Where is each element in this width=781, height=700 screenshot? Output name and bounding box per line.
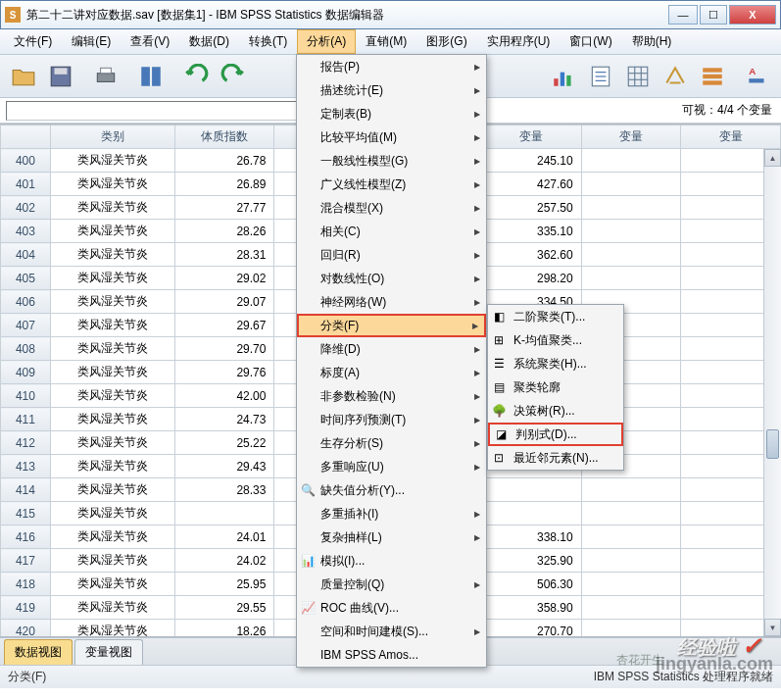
tab-variable-view[interactable]: 变量视图 (74, 639, 143, 665)
cell-empty[interactable] (581, 478, 681, 502)
cell-category[interactable]: 类风湿关节炎 (50, 478, 174, 502)
col-header-bmi[interactable]: 体质指数 (174, 125, 274, 149)
cell-category[interactable]: 类风湿关节炎 (50, 525, 174, 549)
menu-item-非参数检验N[interactable]: 非参数检验(N) (297, 384, 486, 408)
undo-icon[interactable] (178, 59, 214, 94)
redo-icon[interactable] (216, 59, 251, 94)
menu-file[interactable]: 文件(F) (4, 29, 62, 54)
menu-view[interactable]: 查看(V) (121, 29, 179, 54)
submenu-item-系统聚类H[interactable]: ☰系统聚类(H)... (488, 352, 623, 375)
row-header[interactable]: 414 (1, 478, 51, 502)
cell-empty[interactable] (581, 573, 681, 596)
row-header[interactable]: 413 (1, 455, 51, 478)
cell-bmi[interactable]: 26.89 (174, 173, 274, 196)
scroll-thumb[interactable] (766, 429, 779, 459)
cell-var2[interactable]: 338.10 (482, 525, 582, 549)
cell-var2[interactable]: 358.90 (482, 596, 582, 620)
cell-category[interactable]: 类风湿关节炎 (50, 220, 174, 243)
row-header[interactable]: 416 (1, 525, 51, 549)
row-header[interactable]: 406 (1, 290, 51, 314)
col-header-category[interactable]: 类别 (50, 125, 174, 149)
row-header[interactable]: 402 (1, 196, 51, 220)
menu-item-复杂抽样L[interactable]: 复杂抽样(L) (297, 525, 486, 549)
menu-item-神经网络W[interactable]: 神经网络(W) (297, 290, 486, 314)
scroll-up-icon[interactable]: ▲ (764, 149, 781, 167)
menu-item-报告P[interactable]: 报告(P) (297, 55, 486, 78)
tab-data-view[interactable]: 数据视图 (4, 639, 73, 665)
row-header[interactable]: 404 (1, 243, 51, 267)
row-header[interactable]: 417 (1, 549, 51, 573)
submenu-item-K-均值聚类[interactable]: ⊞K-均值聚类... (488, 328, 623, 352)
cell-empty[interactable] (581, 525, 681, 549)
cell-empty[interactable] (581, 220, 681, 243)
cell-empty[interactable] (581, 620, 681, 638)
submenu-item-二阶聚类T[interactable]: ◧二阶聚类(T)... (488, 305, 623, 328)
cell-category[interactable]: 类风湿关节炎 (50, 408, 174, 431)
vertical-scrollbar[interactable]: ▲ ▼ (763, 149, 781, 636)
print-icon[interactable] (88, 59, 123, 94)
cell-category[interactable]: 类风湿关节炎 (50, 431, 174, 455)
scroll-down-icon[interactable]: ▼ (764, 619, 781, 636)
goto-case-input[interactable] (6, 101, 300, 121)
cell-var2[interactable]: 245.10 (482, 149, 582, 173)
cell-category[interactable]: 类风湿关节炎 (50, 549, 174, 573)
row-header[interactable]: 408 (1, 337, 51, 361)
cell-empty[interactable] (581, 502, 681, 525)
col-header-var4[interactable]: 变量 (581, 125, 681, 149)
menu-item-IBM-SPSS-Amos[interactable]: IBM SPSS Amos... (297, 643, 486, 667)
cell-var2[interactable] (482, 502, 582, 525)
submenu-item-判别式D[interactable]: ◪判别式(D)... (488, 423, 623, 446)
menu-item-空间和时间建模S[interactable]: 空间和时间建模(S)... (297, 620, 486, 643)
cell-bmi[interactable]: 28.26 (174, 220, 274, 243)
cell-bmi[interactable]: 24.73 (174, 408, 274, 431)
cell-bmi[interactable]: 25.22 (174, 431, 274, 455)
cell-bmi[interactable]: 29.43 (174, 455, 274, 478)
cell-category[interactable]: 类风湿关节炎 (50, 290, 174, 314)
cell-category[interactable]: 类风湿关节炎 (50, 620, 174, 638)
cell-category[interactable]: 类风湿关节炎 (50, 243, 174, 267)
cell-empty[interactable] (581, 173, 681, 196)
cell-bmi[interactable]: 27.77 (174, 196, 274, 220)
menu-edit[interactable]: 编辑(E) (62, 29, 121, 54)
row-header[interactable]: 415 (1, 502, 51, 525)
row-header[interactable]: 400 (1, 149, 51, 173)
cell-bmi[interactable]: 29.67 (174, 314, 274, 337)
cell-bmi[interactable]: 18.26 (174, 620, 274, 638)
menu-item-缺失值分析Y[interactable]: 🔍缺失值分析(Y)... (297, 478, 486, 502)
menu-item-混合模型X[interactable]: 混合模型(X) (297, 196, 486, 220)
menu-item-一般线性模型G[interactable]: 一般线性模型(G) (297, 149, 486, 173)
open-icon[interactable] (6, 59, 41, 94)
menu-item-质量控制Q[interactable]: 质量控制(Q) (297, 573, 486, 596)
minimize-button[interactable]: — (668, 5, 698, 25)
cell-var2[interactable]: 506.30 (482, 573, 582, 596)
cell-bmi[interactable]: 24.01 (174, 525, 274, 549)
menu-help[interactable]: 帮助(H) (622, 29, 682, 54)
menu-item-对数线性O[interactable]: 对数线性(O) (297, 267, 486, 290)
menu-item-分类F[interactable]: 分类(F) (297, 314, 486, 337)
menu-data[interactable]: 数据(D) (179, 29, 239, 54)
cell-empty[interactable] (581, 243, 681, 267)
menu-item-多重响应U[interactable]: 多重响应(U) (297, 455, 486, 478)
row-header[interactable]: 401 (1, 173, 51, 196)
menu-item-比较平均值M[interactable]: 比较平均值(M) (297, 125, 486, 149)
cell-bmi[interactable]: 29.76 (174, 361, 274, 384)
weight-icon[interactable] (658, 59, 693, 94)
chart-icon[interactable] (546, 59, 581, 94)
menu-item-多重插补I[interactable]: 多重插补(I) (297, 502, 486, 525)
row-header[interactable]: 411 (1, 408, 51, 431)
cell-bmi[interactable]: 28.31 (174, 243, 274, 267)
cell-category[interactable]: 类风湿关节炎 (50, 173, 174, 196)
cell-bmi[interactable]: 28.33 (174, 478, 274, 502)
cell-bmi[interactable]: 24.02 (174, 549, 274, 573)
cell-empty[interactable] (581, 596, 681, 620)
cell-var2[interactable]: 335.10 (482, 220, 582, 243)
row-header[interactable]: 418 (1, 573, 51, 596)
cell-var2[interactable]: 427.60 (482, 173, 582, 196)
cell-category[interactable]: 类风湿关节炎 (50, 337, 174, 361)
cell-empty[interactable] (581, 549, 681, 573)
cell-var2[interactable] (482, 478, 582, 502)
cell-category[interactable]: 类风湿关节炎 (50, 384, 174, 408)
cell-bmi[interactable]: 25.95 (174, 573, 274, 596)
save-icon[interactable] (43, 59, 78, 94)
cell-bmi[interactable] (174, 502, 274, 525)
